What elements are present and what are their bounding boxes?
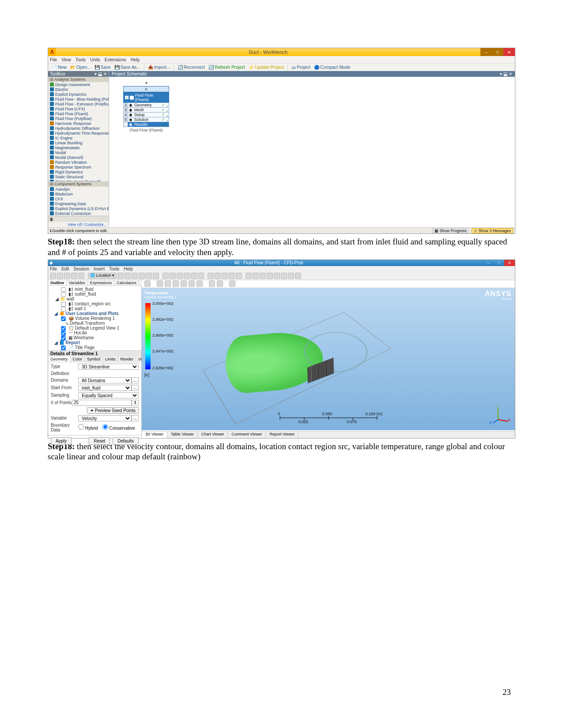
toolbar-button[interactable]: [132, 273, 138, 279]
toolbox-item[interactable]: Static Structural: [48, 174, 109, 179]
toolbox-item[interactable]: Magnetostatic: [48, 145, 109, 150]
toolbox-pin-icon[interactable]: ▾ ⬓ ✕: [94, 71, 107, 76]
tab-comment-viewer[interactable]: Comment Viewer: [228, 432, 266, 438]
import-button[interactable]: 📥 Import...: [147, 65, 171, 70]
toolbar-button[interactable]: [222, 273, 228, 279]
startfrom-select[interactable]: inlet_fluid: [78, 385, 132, 391]
view-all-customize-link[interactable]: View All / Customize...: [68, 222, 107, 227]
show-messages-button[interactable]: ⚠ Show 3 Messages: [472, 228, 513, 233]
tab-report-viewer[interactable]: Report Viewer: [266, 432, 299, 438]
toolbox-item[interactable]: Fluid Flow - Blow Molding (Polyflow): [48, 97, 109, 101]
domains-select[interactable]: All Domains: [78, 377, 132, 383]
toolbar-button[interactable]: [208, 273, 214, 279]
toolbar-button[interactable]: [215, 273, 221, 279]
startfrom-picker-button[interactable]: ...: [132, 385, 139, 391]
toolbox-item[interactable]: Explicit Dynamics: [48, 92, 109, 97]
menu-insert[interactable]: Insert: [94, 266, 105, 271]
toolbox-item[interactable]: External Connection: [48, 211, 109, 216]
refresh-button[interactable]: 🔃 Refresh Project: [208, 65, 246, 70]
saveas-button[interactable]: 💾 Save As...: [113, 65, 141, 70]
group-component-systems[interactable]: ⊟ Component Systems: [48, 181, 109, 187]
new-button[interactable]: 📄 New: [51, 65, 68, 70]
system-cell-a[interactable]: ▾ A 1 Fluid Flow (Fluent) 2◉Geometry✓⌟3◉…: [123, 81, 169, 133]
project-button[interactable]: 🗂 Project: [291, 65, 311, 70]
maximize-icon[interactable]: □: [494, 260, 504, 266]
toolbar-button[interactable]: [184, 273, 190, 279]
toolbox-item[interactable]: Linear Buckling: [48, 140, 109, 145]
tab-color[interactable]: Color: [71, 356, 85, 362]
toolbar-button[interactable]: [117, 273, 124, 279]
toolbox-filter[interactable]: 🗑: [48, 216, 109, 222]
tab-expressions[interactable]: Expressions: [88, 280, 114, 285]
toolbox-item[interactable]: Fluid Flow - Extrusion (Polyflow): [48, 101, 109, 106]
hybrid-radio[interactable]: Hybrid: [78, 424, 98, 431]
menu-edit[interactable]: Edit: [61, 266, 69, 271]
toolbar-button[interactable]: [288, 273, 294, 279]
variable-picker-button[interactable]: ...: [132, 415, 139, 421]
toolbox-item[interactable]: CFX: [48, 196, 109, 201]
toolbar-button[interactable]: [165, 281, 171, 287]
view-canvas[interactable]: ANSYS R14.5 Temperature Volume Rendering…: [142, 288, 515, 430]
toolbar-button[interactable]: [246, 273, 252, 279]
menu-file[interactable]: File: [50, 266, 57, 271]
type-select[interactable]: 3D Streamline: [78, 364, 139, 370]
tab-symbol[interactable]: Symbol: [85, 356, 103, 362]
reconnect-button[interactable]: 🔄 Reconnect: [177, 65, 206, 70]
location-button[interactable]: 🌐 Location ▾: [88, 273, 117, 279]
minimize-icon[interactable]: –: [480, 48, 492, 56]
toolbar-button[interactable]: [57, 273, 63, 279]
apply-button[interactable]: Apply: [51, 437, 72, 445]
toolbox-item[interactable]: Fluid Flow (CFX): [48, 106, 109, 111]
compact-mode-button[interactable]: 🔵 Compact Mode: [313, 65, 351, 70]
toolbar-button[interactable]: [170, 273, 176, 279]
variable-select[interactable]: Velocity: [78, 415, 132, 421]
toolbar-button[interactable]: [157, 281, 163, 287]
tab-chart-viewer[interactable]: Chart Viewer: [198, 432, 228, 438]
reset-button[interactable]: Reset: [89, 437, 110, 445]
toolbar-button[interactable]: [267, 273, 273, 279]
close-icon[interactable]: ✕: [503, 48, 515, 56]
toolbox-item[interactable]: Fluid Flow (Fluent): [48, 111, 109, 116]
tab-calculators[interactable]: Calculators: [114, 280, 139, 285]
toolbar-button[interactable]: [146, 273, 152, 279]
system-cell-row[interactable]: 5◉Solution✓⌟: [123, 117, 169, 122]
toolbar-button[interactable]: [50, 273, 56, 279]
menu-help[interactable]: Help: [131, 57, 140, 62]
open-button[interactable]: 📂 Open...: [69, 65, 92, 70]
toolbox-item[interactable]: BladeGen: [48, 191, 109, 196]
toolbox-item[interactable]: Design Assessment: [48, 82, 109, 87]
toolbar-button[interactable]: [125, 273, 131, 279]
toolbox-item[interactable]: Electric: [48, 87, 109, 92]
toolbox-item[interactable]: Modal (Samcef): [48, 155, 109, 160]
system-cell-row[interactable]: 4◉Setup✓⌟: [123, 113, 169, 117]
toolbox-item[interactable]: Fluid Flow (Polyflow): [48, 116, 109, 121]
menu-file[interactable]: File: [50, 57, 57, 62]
toolbar-button[interactable]: [260, 273, 266, 279]
toolbar-button[interactable]: [281, 273, 287, 279]
system-cell-row[interactable]: 3◉Mesh✓⌟: [123, 108, 169, 113]
toolbar-button[interactable]: [139, 273, 145, 279]
schematic-pin-icon[interactable]: ▾ ⬓ ✕: [500, 71, 512, 76]
toolbox-item[interactable]: Autodyn: [48, 187, 109, 191]
toolbar-button[interactable]: [295, 273, 301, 279]
system-cell-row[interactable]: 6◉Results✓⌟: [123, 122, 169, 127]
menu-help[interactable]: Help: [124, 266, 133, 271]
toolbar-button[interactable]: [236, 273, 242, 279]
toolbox-item[interactable]: Hydrodynamic Diffraction: [48, 126, 109, 131]
tab-3d-viewer[interactable]: 3D Viewer: [142, 432, 167, 438]
update-button[interactable]: ⚡ Update Project: [248, 65, 285, 70]
toolbox-item[interactable]: Hydrodynamic Time Response: [48, 131, 109, 135]
menu-tools[interactable]: Tools: [76, 57, 86, 62]
system-cell-row[interactable]: 2◉Geometry✓⌟: [123, 103, 169, 108]
toolbox-item[interactable]: IC Engine: [48, 135, 109, 140]
tab-variables[interactable]: Variables: [67, 280, 88, 285]
sampling-select[interactable]: Equally Spaced: [78, 392, 139, 398]
group-analysis-systems[interactable]: ⊟ Analysis Systems: [48, 77, 109, 82]
toolbar-button[interactable]: [173, 281, 179, 287]
toolbar-button[interactable]: [162, 273, 169, 279]
toolbox-item[interactable]: Rigid Dynamics: [48, 169, 109, 174]
conservative-radio[interactable]: Conservative: [102, 424, 135, 431]
tab-render[interactable]: Render: [118, 356, 136, 362]
toolbar-button[interactable]: [71, 273, 77, 279]
toolbar-button[interactable]: [64, 273, 70, 279]
